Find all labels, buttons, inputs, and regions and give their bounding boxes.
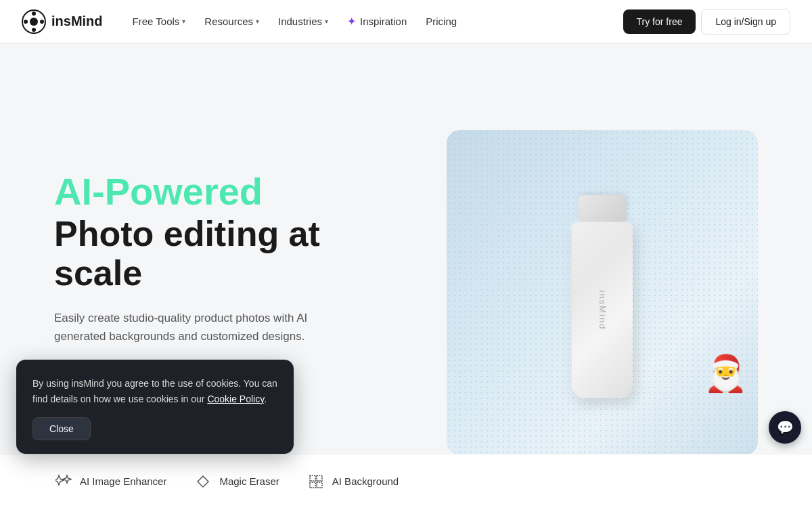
product-image-card: [447, 130, 758, 455]
logo-text: insMind: [51, 14, 103, 29]
tube-body: [572, 222, 633, 398]
svg-rect-7: [310, 475, 315, 481]
hero-subtitle: Easily create studio-quality product pho…: [54, 309, 311, 345]
hero-title-ai: AI-Powered: [54, 171, 379, 213]
product-background: [447, 130, 758, 455]
ai-enhancer-icon: [54, 472, 73, 491]
magic-eraser-label: Magic Eraser: [219, 475, 279, 487]
nav-item-free-tools[interactable]: Free Tools ▾: [125, 10, 194, 33]
nav-item-resources[interactable]: Resources ▾: [196, 10, 267, 33]
chat-button[interactable]: 💬: [769, 411, 801, 444]
magic-eraser-icon: [194, 472, 212, 491]
feature-bar: AI Image Enhancer Magic Eraser AI Backgr…: [0, 454, 812, 508]
sparkle-icon: ✦: [347, 15, 356, 28]
svg-rect-10: [317, 482, 322, 488]
svg-point-1: [30, 18, 38, 26]
tube-cap: [579, 195, 626, 222]
product-tube: [572, 195, 633, 398]
logo-icon: [22, 9, 46, 34]
svg-rect-9: [310, 482, 315, 488]
logo[interactable]: insMind: [22, 9, 103, 34]
ai-background-icon: [307, 472, 325, 491]
chevron-down-icon: ▾: [256, 18, 259, 25]
svg-point-5: [40, 20, 44, 24]
close-cookie-button[interactable]: Close: [32, 417, 91, 440]
hero-right: [406, 123, 758, 455]
chevron-down-icon: ▾: [325, 18, 328, 25]
feature-item-enhancer: AI Image Enhancer: [54, 472, 194, 491]
cookie-policy-link[interactable]: Cookie Policy: [207, 394, 264, 404]
try-for-free-button[interactable]: Try for free: [623, 9, 696, 34]
nav-links: Free Tools ▾ Resources ▾ Industries ▾ ✦ …: [125, 9, 623, 33]
nav-item-pricing[interactable]: Pricing: [418, 10, 465, 33]
nav-item-industries[interactable]: Industries ▾: [270, 10, 336, 33]
chevron-down-icon: ▾: [182, 18, 185, 25]
ai-enhancer-label: AI Image Enhancer: [80, 475, 166, 487]
hero-title-main: Photo editing at scale: [54, 215, 379, 292]
main-content: AI-Powered Photo editing at scale Easily…: [0, 43, 812, 508]
cookie-banner: By using insMind you agree to the use of…: [16, 360, 294, 454]
svg-rect-8: [317, 475, 322, 481]
cookie-text: By using insMind you agree to the use of…: [32, 376, 277, 406]
svg-point-3: [32, 28, 36, 32]
feature-item-eraser: Magic Eraser: [194, 472, 306, 491]
chat-icon: 💬: [777, 419, 794, 436]
nav-item-inspiration[interactable]: ✦ Inspiration: [339, 9, 415, 33]
svg-marker-6: [198, 476, 208, 487]
ai-background-label: AI Background: [332, 475, 399, 487]
navbar: insMind Free Tools ▾ Resources ▾ Industr…: [0, 0, 812, 43]
santa-emoji: 🎅: [704, 354, 748, 393]
santa-character: 🎅: [704, 356, 744, 403]
feature-item-background: AI Background: [307, 472, 426, 491]
svg-point-4: [24, 20, 28, 24]
svg-point-2: [32, 12, 36, 16]
nav-buttons: Try for free Log in/Sign up: [623, 9, 790, 35]
login-signup-button[interactable]: Log in/Sign up: [701, 9, 790, 35]
